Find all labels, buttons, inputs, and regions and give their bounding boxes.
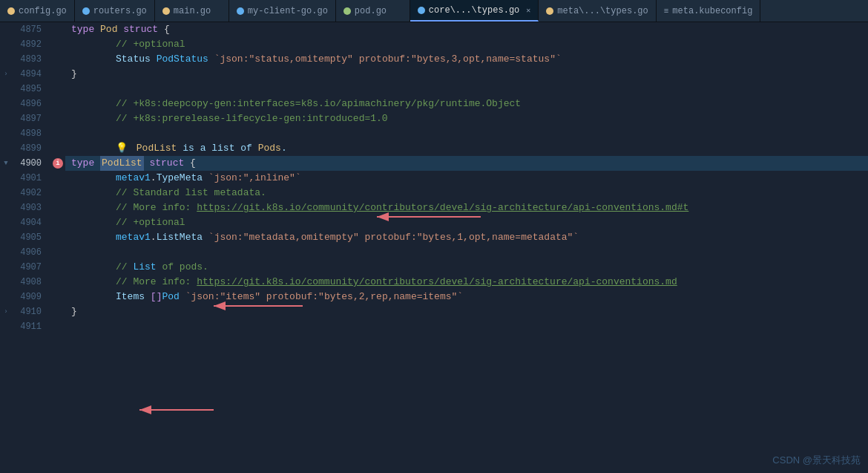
code-line-4907: // List of pods. [65, 260, 868, 275]
fold-19: › [0, 304, 12, 319]
fold-8 [0, 141, 12, 156]
linenum-4896: 4896 [12, 97, 45, 111]
linenum-4909: 4909 [12, 290, 45, 304]
tab-label-kube: meta.kubeconfig [672, 6, 752, 16]
editor: › ▼ › 4875 4892 4893 4894 4895 4896 4897… [0, 22, 868, 473]
tab-icon-kube: ≡ [664, 7, 669, 16]
linenum-4894: 4894 [12, 67, 45, 82]
fold-4 [0, 82, 12, 97]
fold-5 [0, 97, 12, 111]
code-line-4904: // +optional [65, 215, 868, 230]
fold-16 [0, 260, 12, 275]
tab-icon-main [162, 7, 170, 15]
code-line-4909: Items []Pod `json:"items" protobuf:"byte… [65, 290, 868, 304]
linenum-4899: 4899 [12, 141, 45, 156]
code-line-4911 [65, 319, 868, 334]
tab-core-types-go[interactable]: core\...\types.go ✕ [410, 0, 539, 22]
linenum-4898: 4898 [12, 126, 45, 141]
fold-9: ▼ [0, 156, 12, 171]
code-line-4895 [65, 82, 868, 97]
linenum-4903: 4903 [12, 200, 45, 215]
code-line-4906 [65, 245, 868, 260]
watermark: CSDN @景天科技苑 [772, 454, 861, 467]
tab-label-config: config.go [19, 6, 67, 16]
tab-label-myclient: my-client-go.go [248, 6, 328, 16]
fold-7 [0, 126, 12, 141]
code-line-4899: 💡 PodList is a list of Pods. [65, 141, 868, 156]
fold-11 [0, 186, 12, 200]
fold-12 [0, 200, 12, 215]
code-line-4901: metav1.TypeMeta `json:",inline"` [65, 171, 868, 186]
fold-3: › [0, 67, 12, 82]
code-line-4893: Status PodStatus `json:"status,omitempty… [65, 52, 868, 67]
tab-meta-types-go[interactable]: meta\...\types.go [539, 0, 656, 22]
tab-icon-myclient [237, 7, 244, 15]
linenum-4908: 4908 [12, 275, 45, 290]
tab-meta-kubeconfig[interactable]: ≡ meta.kubeconfig [657, 0, 761, 22]
code-line-4894: } [65, 67, 868, 82]
close-icon[interactable]: ✕ [526, 6, 530, 15]
tab-icon-pod [343, 7, 351, 15]
linenum-4910: 4910 [12, 304, 45, 319]
tab-config-go[interactable]: config.go [0, 0, 75, 22]
fold-0 [0, 22, 12, 37]
tab-label-meta: meta\...\types.go [557, 6, 648, 16]
code-line-4908: // More info: https://git.k8s.io/communi… [65, 275, 868, 290]
linenum-4905: 4905 [12, 230, 45, 245]
linenum-4895: 4895 [12, 82, 45, 97]
tab-label-main: main.go [174, 6, 211, 16]
linenum-4907: 4907 [12, 260, 45, 275]
tab-icon-config [7, 7, 15, 15]
tab-my-client-go[interactable]: my-client-go.go [229, 0, 336, 22]
code-line-4902: // Standard list metadata. [65, 186, 868, 200]
code-line-4896: // +k8s:deepcopy-gen:interfaces=k8s.io/a… [65, 97, 868, 111]
linenum-4911: 4911 [12, 319, 45, 334]
tab-bar: config.go routers.go main.go my-client-g… [0, 0, 868, 22]
linenum-4875: 4875 [12, 22, 45, 37]
bp-gutter: i [50, 22, 65, 473]
code-line-4897: // +k8s:prerelease-lifecycle-gen:introdu… [65, 111, 868, 126]
fold-2 [0, 52, 12, 67]
code-line-4892: // +optional [65, 37, 868, 52]
code-line-4903: // More info: https://git.k8s.io/communi… [65, 200, 868, 215]
linenum-4904: 4904 [12, 215, 45, 230]
tab-icon-core [418, 7, 425, 14]
fold-14 [0, 230, 12, 245]
tab-icon-meta [546, 7, 553, 15]
tab-label-pod: pod.go [355, 6, 387, 16]
code-line-4910: } [65, 304, 868, 319]
code-line-4905: metav1.ListMeta `json:"metadata,omitempt… [65, 230, 868, 245]
left-fold-gutter: › ▼ › [0, 22, 12, 473]
fold-17 [0, 275, 12, 290]
linenum-4897: 4897 [12, 111, 45, 126]
tab-pod-go[interactable]: pod.go [336, 0, 410, 22]
tab-main-go[interactable]: main.go [155, 0, 229, 22]
fold-15 [0, 245, 12, 260]
linenum-4900: 4900 [12, 156, 45, 171]
fold-6 [0, 111, 12, 126]
linenum-4902: 4902 [12, 186, 45, 200]
linenum-4901: 4901 [12, 171, 45, 186]
tab-label-routers: routers.go [93, 6, 147, 16]
code-line-4875: type Pod struct { [65, 22, 868, 37]
linenum-4893: 4893 [12, 52, 45, 67]
fold-13 [0, 215, 12, 230]
fold-18 [0, 290, 12, 304]
tab-icon-routers [82, 7, 90, 15]
fold-10 [0, 171, 12, 186]
tab-label-core: core\...\types.go [429, 5, 519, 16]
linenum-4892: 4892 [12, 37, 45, 52]
linenum-4906: 4906 [12, 245, 45, 260]
fold-20 [0, 319, 12, 334]
line-number-gutter: 4875 4892 4893 4894 4895 4896 4897 4898 … [12, 22, 50, 473]
tab-routers-go[interactable]: routers.go [75, 0, 155, 22]
code-content: type Pod struct { // +optional Status Po… [65, 22, 868, 473]
breakpoint-4900[interactable]: i [50, 156, 65, 171]
fold-1 [0, 37, 12, 52]
code-line-4900: type PodList struct { [65, 156, 868, 171]
code-line-4898 [65, 126, 868, 141]
